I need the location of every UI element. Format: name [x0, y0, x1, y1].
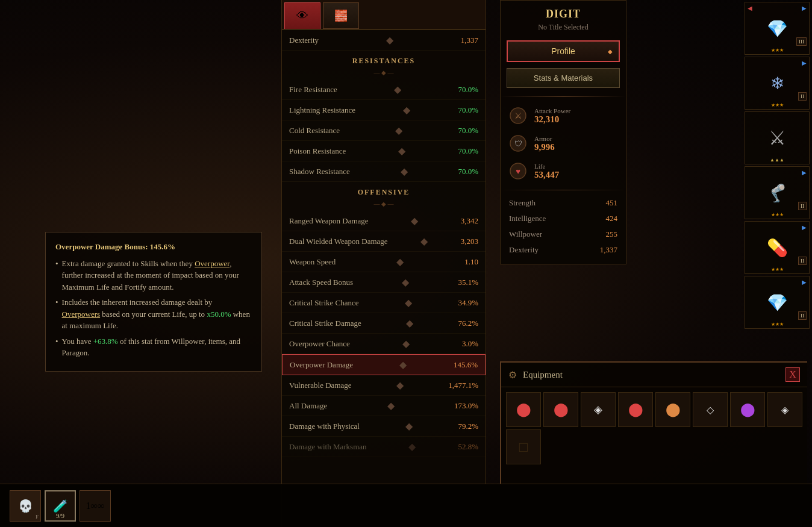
willpower-row: Willpower 255 [501, 226, 626, 242]
attack-power-icon: ⚔ [508, 105, 528, 126]
stat-row-overpower-damage[interactable]: Overpower Damage ◆ 145.6% [282, 354, 486, 375]
dexterity-row: Dexterity 1,337 [501, 242, 626, 258]
stats-panel: 👁 🧱 Dexterity ◆ 1,337 RESISTANCES — ◆ — … [281, 0, 486, 527]
offensive-header: OFFENSIVE [282, 182, 486, 199]
armor-info: Armor 9,996 [534, 135, 619, 152]
equipment-icon: 🧱 [334, 9, 348, 22]
tab-character[interactable]: 👁 [284, 2, 320, 29]
armor-block: 🛡 Armor 9,996 [501, 129, 626, 157]
svg-text:🛡: 🛡 [514, 139, 522, 148]
equip-slot-1[interactable]: ⬤ [506, 392, 541, 427]
equip-slot-3[interactable]: ◈ [581, 392, 616, 427]
stat-row-marksman[interactable]: Damage with Marksman ◆ 52.8% [282, 437, 486, 457]
item-gem-6: ◇ [707, 404, 714, 416]
stat-row-shadow[interactable]: Shadow Resistance ◆ 70.0% [282, 161, 486, 182]
stat-row-ranged[interactable]: Ranged Weapon Damage ◆ 3,342 [282, 211, 486, 231]
dexterity-top-label: Dexterity [289, 36, 319, 45]
stat-row-dexterity-top[interactable]: Dexterity ◆ 1,337 [282, 30, 486, 51]
equipment-bag-icon: ⚙ [508, 369, 517, 381]
right-slot-2[interactable]: ▶ ❄ II ★★★ [745, 57, 810, 110]
item-gem-3: ◈ [594, 403, 602, 416]
divider1 [501, 96, 626, 97]
potion-icon: 🧪 [53, 499, 68, 513]
divider2 [501, 190, 626, 190]
equip-slot-5[interactable]: ⬤ [655, 392, 690, 427]
stat-row-vulnerable[interactable]: Vulnerable Damage ◆ 1,477.1% [282, 375, 486, 396]
right-slot-5[interactable]: ▶ 💊 II ★★★ [745, 221, 810, 274]
attack-power-info: Attack Power 32,310 [534, 107, 619, 125]
item-gem-5: ⬤ [666, 402, 681, 417]
item-gem-8: ◈ [781, 404, 789, 416]
right-item-slots: ◀ ▶ 💎 III ★★★ ▶ ❄ II ★★★ ⚔ ▲▲▲ ▶ 🦿 II ★★… [743, 0, 812, 355]
stat-row-physical[interactable]: Damage with Physical ◆ 79.2% [282, 416, 486, 437]
item-gem-7: ⬤ [740, 402, 755, 417]
equip-slot-4[interactable]: ⬤ [618, 392, 653, 427]
bottom-hotbar: 💀 F 🧪 9/9 1∞∞ [0, 484, 812, 527]
character-name: DIGIT [501, 1, 626, 23]
item-gem-1: ⬤ [516, 402, 531, 417]
equip-slot-7[interactable]: ⬤ [730, 392, 765, 427]
right-slot-4[interactable]: ▶ 🦿 II ★★★ [745, 166, 810, 219]
character-panel: DIGIT No Title Selected Profile Stats & … [500, 0, 626, 264]
stat-row-lightning[interactable]: Lightning Resistance ◆ 70.0% [282, 100, 486, 120]
hotbar-slot-currency[interactable]: 1∞∞ [80, 490, 111, 522]
attack-power-block: ⚔ Attack Power 32,310 [501, 102, 626, 129]
right-slot-1[interactable]: ◀ ▶ 💎 III ★★★ [745, 2, 810, 55]
equip-slot-9[interactable]: □ [506, 429, 541, 464]
stat-row-crit-chance[interactable]: Critical Strike Chance ◆ 34.9% [282, 293, 486, 313]
hotbar-slot-1[interactable]: 💀 F [10, 490, 41, 522]
equip-slot-2[interactable]: ⬤ [543, 392, 578, 427]
character-title: No Title Selected [501, 23, 626, 38]
equipment-header: ⚙ Equipment X [501, 363, 807, 387]
tooltip-panel: Overpower Damage Bonus: 145.6% • Extra d… [45, 232, 262, 372]
tabs-row: 👁 🧱 [282, 0, 486, 30]
stat-row-weapon-speed[interactable]: Weapon Speed ◆ 1.10 [282, 252, 486, 272]
svg-text:⚔: ⚔ [514, 111, 522, 120]
tooltip-bullet2: • Includes the inherent increased damage… [55, 296, 252, 332]
skull-icon: 💀 [18, 499, 33, 513]
eye-icon: 👁 [296, 9, 308, 23]
resistances-header: RESISTANCES [282, 51, 486, 68]
equip-slot-6[interactable]: ◇ [693, 392, 728, 427]
stat-row-cold[interactable]: Cold Resistance ◆ 70.0% [282, 120, 486, 141]
tooltip-bullet1: • Extra damage granted to Skills when th… [55, 258, 252, 293]
equipment-title: Equipment [523, 370, 779, 380]
stat-row-poison[interactable]: Poison Resistance ◆ 70.0% [282, 141, 486, 161]
svg-text:♥: ♥ [516, 167, 520, 176]
equipment-grid: ⬤ ⬤ ◈ ⬤ ⬤ ◇ ⬤ ◈ □ [501, 387, 807, 469]
item-gem-2: ⬤ [554, 402, 569, 417]
life-icon: ♥ [508, 161, 528, 181]
profile-button[interactable]: Profile [507, 40, 620, 62]
strength-row: Strength 451 [501, 195, 626, 211]
life-block: ♥ Life 53,447 [501, 157, 626, 185]
stat-row-crit-damage[interactable]: Critical Strike Damage ◆ 76.2% [282, 313, 486, 334]
right-slot-6[interactable]: ▶ 💎 II ★★★ [745, 276, 810, 329]
equip-slot-8[interactable]: ◈ [767, 392, 802, 427]
stats-scroll[interactable]: Dexterity ◆ 1,337 RESISTANCES — ◆ — Fire… [282, 30, 486, 527]
stats-materials-button[interactable]: Stats & Materials [507, 68, 620, 88]
right-slot-3[interactable]: ⚔ ▲▲▲ [745, 111, 810, 164]
resistances-divider: — ◆ — [282, 68, 486, 80]
tooltip-title: Overpower Damage Bonus: 145.6% [55, 241, 252, 253]
equipment-close-button[interactable]: X [785, 367, 800, 382]
equipment-panel: ⚙ Equipment X ⬤ ⬤ ◈ ⬤ ⬤ ◇ ⬤ ◈ [500, 361, 807, 484]
hotbar-slot-2[interactable]: 🧪 9/9 [45, 490, 76, 522]
armor-icon: 🛡 [508, 133, 528, 154]
item-gem-4: ⬤ [628, 402, 643, 417]
stat-row-overpower-chance[interactable]: Overpower Chance ◆ 3.0% [282, 334, 486, 354]
stat-row-all-damage[interactable]: All Damage ◆ 173.0% [282, 396, 486, 416]
intelligence-row: Intelligence 424 [501, 211, 626, 226]
stat-row-fire[interactable]: Fire Resistance ◆ 70.0% [282, 80, 486, 100]
tooltip-bullet3: • You have +63.8% of this stat from Will… [55, 335, 252, 359]
offensive-divider: — ◆ — [282, 199, 486, 211]
gold-icon: 1∞∞ [86, 500, 105, 511]
tab-equipment[interactable]: 🧱 [323, 2, 359, 29]
stat-row-attack-speed[interactable]: Attack Speed Bonus ◆ 35.1% [282, 272, 486, 293]
dexterity-top-val: 1,337 [461, 36, 478, 45]
empty-slot-icon: □ [519, 439, 528, 455]
stat-row-dual[interactable]: Dual Wielded Weapon Damage ◆ 3,203 [282, 231, 486, 252]
life-info: Life 53,447 [534, 163, 619, 180]
